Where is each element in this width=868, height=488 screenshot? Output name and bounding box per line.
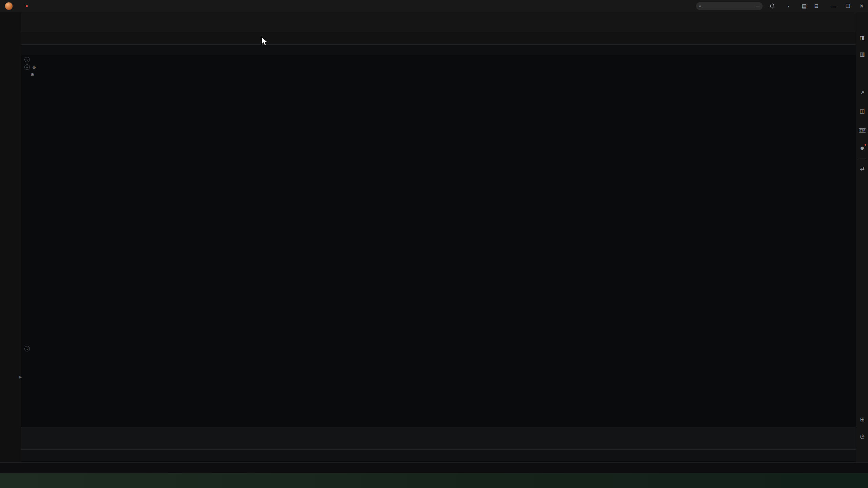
bell-icon[interactable] <box>767 0 777 12</box>
rail-swap-icon[interactable]: ⇄ <box>856 165 868 172</box>
rail-history-icon[interactable]: ◷ <box>856 433 868 440</box>
announcement-dot-icon <box>26 5 28 7</box>
chart-toolbar <box>21 32 856 45</box>
indicator-row <box>21 427 856 439</box>
panel-toggle-icon[interactable]: ⊟ <box>811 0 822 12</box>
rail-layout-icon[interactable]: ⊞ <box>856 416 868 423</box>
titlebar: ⌕ ▾ ▤ ⊟ — ❐ ✕ <box>0 0 868 12</box>
timeframe-row <box>21 439 856 449</box>
indicator-pin-icon[interactable]: ⊕ <box>31 72 34 77</box>
close-button[interactable]: ✕ <box>855 0 868 12</box>
aicoin-app: ⌕ ▾ ▤ ⊟ — ❐ ✕ ▶ ◨ ▥ ↗ ◫ ETF ☻ ⇄ ⊞ ◷ <box>0 0 868 488</box>
collapse-chevron-icon[interactable]: ⌄ <box>24 57 30 62</box>
drawing-toolbar <box>21 45 856 55</box>
currency-dropdown[interactable]: ▾ <box>779 0 797 12</box>
right-rail: ◨ ▥ ↗ ◫ ETF ☻ ⇄ ⊞ ◷ <box>856 12 868 473</box>
collapse-chevron-icon[interactable]: ⌄ <box>24 346 30 351</box>
rail-panel-icon[interactable]: ◨ <box>856 35 868 41</box>
rail-divider <box>858 159 866 159</box>
minimize-button[interactable]: — <box>827 0 840 12</box>
volume-info-line: ⌄ <box>24 346 40 351</box>
ohlc-info-line: ⌄ <box>24 57 50 62</box>
left-sidebar <box>0 12 21 473</box>
search-icon: ⌕ <box>699 4 701 9</box>
collapse-chevron-icon[interactable]: ⌄ <box>24 64 30 70</box>
indicator-pin-icon[interactable]: ⊕ <box>32 65 36 70</box>
candlestick-chart[interactable] <box>21 55 856 427</box>
status-bar <box>0 462 868 473</box>
os-taskbar <box>0 473 868 488</box>
avatar[interactable] <box>5 2 13 10</box>
boll-info-line: ⌄ ⊕ <box>24 64 40 70</box>
card-icon[interactable]: ▤ <box>799 0 810 12</box>
ema-info-line: ⊕ <box>31 72 41 77</box>
panel-tabs-row <box>21 449 856 461</box>
maximize-button[interactable]: ❐ <box>842 0 854 12</box>
global-search-input[interactable]: ⌕ <box>696 2 763 10</box>
search-shortcut-key <box>756 6 760 6</box>
rail-chart-icon[interactable]: ▥ <box>856 51 868 57</box>
ticker-tab-bar <box>21 12 856 32</box>
rail-etf-icon[interactable]: ETF <box>856 127 868 133</box>
rail-trend-icon[interactable]: ↗ <box>856 89 868 96</box>
rail-monitor-icon[interactable]: ◫ <box>856 108 868 114</box>
rail-robot-icon[interactable]: ☻ <box>856 145 868 151</box>
